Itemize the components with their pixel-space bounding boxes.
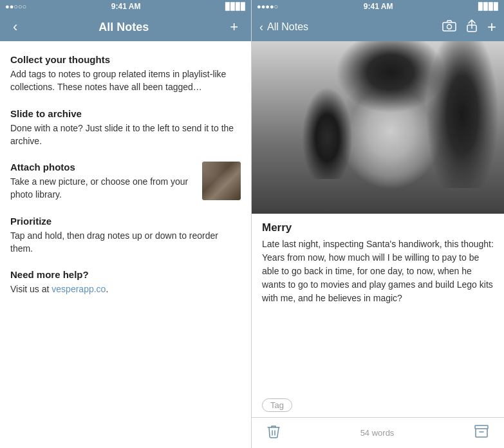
- tip-slide-body: Done with a note? Just slide it to the l…: [10, 122, 241, 148]
- right-nav-title: All Notes: [267, 21, 308, 33]
- left-add-button[interactable]: +: [227, 19, 241, 35]
- tag-row: Tag: [252, 393, 504, 417]
- note-text: Late last night, inspecting Santa's hand…: [262, 238, 494, 305]
- tip-help-prefix: Visit us at: [10, 284, 51, 294]
- share-icon[interactable]: [467, 19, 477, 35]
- svg-point-1: [447, 24, 451, 29]
- right-status-time: 9:41 AM: [364, 2, 393, 11]
- left-nav-title: All Notes: [98, 21, 149, 34]
- right-status-signal: ●●●●○: [257, 3, 278, 10]
- child-face-image: [252, 41, 504, 214]
- tip-photos-heading: Attach photos: [10, 162, 196, 173]
- tip-prioritize-body: Tap and hold, then drag notes up or down…: [10, 229, 241, 256]
- left-content: Collect your thoughts Add tags to notes …: [0, 41, 251, 448]
- tip-collect: Collect your thoughts Add tags to notes …: [10, 54, 241, 94]
- right-status-bar: ●●●●○ 9:41 AM ▊▊▊▊: [252, 0, 504, 13]
- word-count: 54 words: [360, 428, 395, 438]
- tip-help-body: Visit us at vesperapp.co.: [10, 283, 241, 295]
- tip-prioritize-heading: Prioritize: [10, 216, 241, 227]
- left-status-time: 9:41 AM: [111, 2, 141, 11]
- right-add-icon[interactable]: +: [487, 18, 496, 36]
- tag-pill[interactable]: Tag: [262, 398, 292, 412]
- archive-button[interactable]: [474, 425, 489, 441]
- left-panel: ●●○○○ 9:41 AM ▊▊▊▊ ‹ All Notes + Collect…: [0, 0, 252, 448]
- vesperapp-link[interactable]: vesperapp.co: [51, 284, 106, 294]
- tip-photos-row: Attach photos Take a new picture, or cho…: [10, 162, 241, 201]
- right-status-battery: ▊▊▊▊: [478, 3, 499, 11]
- note-title: Merry: [262, 221, 494, 234]
- tip-help: Need more help? Visit us at vesperapp.co…: [10, 269, 241, 295]
- right-panel: ●●●●○ 9:41 AM ▊▊▊▊ ‹ All Notes: [252, 0, 504, 448]
- battery-icon: ▊▊▊▊: [225, 3, 246, 11]
- tip-help-heading: Need more help?: [10, 269, 241, 280]
- tip-help-suffix: .: [106, 284, 108, 294]
- delete-button[interactable]: [267, 424, 280, 442]
- right-signal-dots: ●●●●○: [257, 3, 278, 10]
- tip-photos: Attach photos Take a new picture, or cho…: [10, 162, 241, 201]
- left-status-battery: ▊▊▊▊: [225, 3, 246, 11]
- left-back-button[interactable]: ‹: [10, 19, 20, 35]
- note-photo: [252, 41, 504, 214]
- svg-rect-0: [443, 23, 456, 31]
- right-nav-bar: ‹ All Notes +: [252, 13, 504, 41]
- tip-collect-heading: Collect your thoughts: [10, 54, 241, 65]
- dog-photo: [202, 162, 241, 200]
- signal-dots: ●●○○○: [5, 3, 26, 10]
- camera-icon[interactable]: [442, 20, 456, 35]
- right-battery-icon: ▊▊▊▊: [478, 3, 499, 11]
- tip-prioritize: Prioritize Tap and hold, then drag notes…: [10, 216, 241, 256]
- tip-photos-text: Attach photos Take a new picture, or cho…: [10, 162, 196, 201]
- tip-collect-body: Add tags to notes to group related items…: [10, 68, 241, 94]
- right-chevron-icon: ‹: [259, 21, 263, 34]
- tip-slide-heading: Slide to archive: [10, 108, 241, 119]
- note-toolbar: 54 words: [252, 417, 504, 448]
- left-status-bar: ●●○○○ 9:41 AM ▊▊▊▊: [0, 0, 251, 13]
- note-body[interactable]: Merry Late last night, inspecting Santa'…: [252, 214, 504, 393]
- left-status-signal: ●●○○○: [5, 3, 26, 10]
- left-nav-bar: ‹ All Notes +: [0, 13, 251, 41]
- tip-photos-thumbnail: [202, 162, 241, 200]
- right-back-group[interactable]: ‹ All Notes: [259, 21, 308, 34]
- svg-rect-5: [475, 425, 488, 429]
- tip-photos-body: Take a new picture, or choose one from y…: [10, 175, 196, 201]
- tip-slide: Slide to archive Done with a note? Just …: [10, 108, 241, 148]
- right-nav-icons: +: [442, 18, 496, 36]
